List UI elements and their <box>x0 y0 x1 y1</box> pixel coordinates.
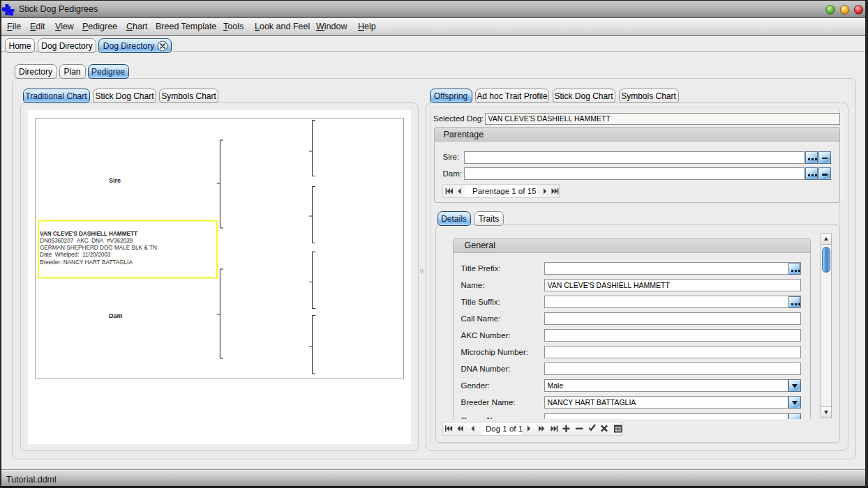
svg-text:DN05360207 AKC DNA #V362039: DN05360207 AKC DNA #V362039 <box>40 238 133 244</box>
svg-text:GERMAN SHEPHERD DOG MALE BLK &: GERMAN SHEPHERD DOG MALE BLK & TN <box>40 245 157 251</box>
svg-text:Date Whelped: 11/20/2003: Date Whelped: 11/20/2003 <box>40 252 111 258</box>
svg-text:Dam: Dam <box>109 312 123 319</box>
svg-text:VAN CLEVE'S DASHIELL HAMMETT: VAN CLEVE'S DASHIELL HAMMETT <box>40 231 137 237</box>
svg-text:Breeder: NANCY HART BATTAGLIA: Breeder: NANCY HART BATTAGLIA <box>40 259 133 266</box>
svg-text:Sire: Sire <box>109 177 121 184</box>
